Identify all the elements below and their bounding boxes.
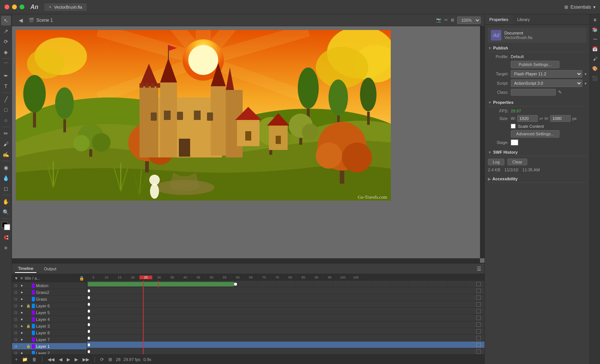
properties-icon-btn[interactable]: ≡ [591,16,599,24]
scale-content-checkbox[interactable] [511,124,516,129]
log-button[interactable]: Log [488,159,504,165]
tab-close-icon[interactable]: ✕ [49,5,52,9]
frame-cell[interactable] [371,281,390,288]
motion-editor-icon-btn[interactable]: 〜 [591,35,599,43]
layer-row-layer3[interactable]: □ ● 🔒 Layer 3 [12,323,87,330]
snap-btn[interactable]: ⊞ [108,356,113,363]
publish-section-header[interactable]: ▼ Publish [488,44,586,52]
paint-bucket-tool[interactable]: ◉ [1,163,11,172]
next-frame-single[interactable]: ▶ [74,356,79,363]
class-edit-icon[interactable]: ✎ [558,90,562,95]
visibility-icon[interactable]: ● [19,344,24,348]
visibility-icon[interactable]: ● [19,283,24,288]
frame-cell[interactable] [258,281,277,288]
target-select[interactable]: Flash Player 11.2 Flash Player 11.1 Flas… [511,70,582,78]
collapse-icon[interactable]: ▼ [14,276,18,280]
link-icon[interactable]: ⇌ [539,116,543,121]
lock-icon[interactable]: 🔒 [26,331,31,335]
edit-tool[interactable]: ⚙ [1,243,11,253]
minimize-button[interactable] [12,4,17,9]
visibility-icon[interactable]: ● [19,310,24,315]
transform-tool[interactable]: ⟳ [1,37,11,46]
select-tool[interactable]: ↖ [1,16,11,25]
lock-icon[interactable]: 🔒 [26,317,31,321]
visibility-icon[interactable]: ● [19,351,24,354]
visibility-icon[interactable]: ● [19,317,24,321]
layer-row-layer1[interactable]: □ ● 🔒 Layer 1 [12,343,87,350]
lock-icon[interactable]: 🔒 [26,290,31,294]
timeline-icon-btn[interactable]: 📅 [591,45,599,53]
frame-cell[interactable] [314,281,333,288]
visibility-icon[interactable]: ● [19,304,24,308]
frame-cell[interactable] [352,281,371,288]
timeline-options-btn[interactable]: ☰ [477,266,482,272]
group-lock-icon[interactable]: 🔒 [79,276,84,281]
zoom-select[interactable]: 100% 50% 75% 150% 200% [457,16,481,24]
lasso-tool[interactable]: ⌒ [1,60,11,70]
prev-frame-btn[interactable]: ◀◀ [47,356,55,363]
maximize-button[interactable] [20,4,24,9]
clear-button[interactable]: Clear [507,159,527,165]
layer-row-grass[interactable]: □ ● 🔒 Grass [12,296,87,303]
publish-settings-button[interactable]: Publish Settings... [511,61,560,68]
layer-row-layer4[interactable]: □ ● 🔒 Layer 4 [12,316,87,323]
timeline-tab[interactable]: Timeline [15,265,36,273]
oval-tool[interactable]: ○ [1,115,11,125]
pencil-tool[interactable]: ✏ [1,129,11,138]
layer-row-layer7[interactable]: □ ● 🔒 Layer 7 [12,336,87,343]
frame-cell[interactable] [390,281,410,288]
layer-row-layer5[interactable]: □ ● 🔒 Layer 5 [12,309,87,316]
text-tool[interactable]: T [1,81,11,91]
class-input[interactable] [511,89,556,96]
subselect-tool[interactable]: ↗ [1,26,11,36]
width-input[interactable] [517,115,538,122]
eyedropper-tool[interactable]: 💧 [1,173,11,183]
stage-color-swatch[interactable] [511,139,518,145]
properties-section-header[interactable]: ▼ Properties [488,99,586,106]
lock-icon[interactable]: 🔒 [26,297,31,301]
visibility-icon[interactable]: ● [19,324,24,328]
properties-tab[interactable]: Properties [485,15,513,24]
ink-tool[interactable]: ✍ [1,150,11,159]
advanced-settings-button[interactable]: Advanced Settings... [511,130,560,138]
brush-library-icon-btn[interactable]: 🖌 [591,55,599,63]
visibility-icon[interactable]: ● [19,331,24,335]
swf-history-header[interactable]: ▼ SWF History [488,148,586,156]
frame-cell[interactable] [409,281,428,288]
layer-row-layer2[interactable]: □ ● 🔒 Layer 2 [12,350,87,354]
group-close-icon[interactable]: ✕ [20,276,23,281]
lock-icon[interactable]: 🔒 [26,351,31,354]
frame-cell[interactable] [447,281,466,288]
loop-btn[interactable]: ⟳ [99,356,105,363]
hand-tool[interactable]: ✋ [1,197,11,207]
next-frame-btn[interactable]: ▶▶ [82,356,90,363]
frame-cell[interactable] [238,281,258,288]
grid-icon[interactable]: ⊞ [451,18,454,22]
color-icon-btn[interactable]: 🎨 [591,64,599,73]
brush-tool[interactable]: 🖌 [1,139,11,149]
visibility-icon[interactable]: ● [19,297,24,301]
transform-icon[interactable]: ✂ [444,18,448,22]
color-swatch-pair[interactable] [2,222,10,230]
lock-icon[interactable]: 🔒 [26,337,31,342]
snap-tool[interactable]: 🧲 [1,232,11,242]
frame-cell[interactable] [428,281,447,288]
h-scrollbar[interactable] [12,258,480,263]
eraser-tool[interactable]: ◻ [1,184,11,193]
zoom-tool[interactable]: 🔍 [1,207,11,217]
swatches-icon-btn[interactable]: ⬛ [591,74,599,82]
delete-layer-btn[interactable]: 🗑 [32,356,38,363]
fill-color-swatch[interactable] [4,224,10,230]
lock-icon[interactable]: 🔒 [26,345,31,348]
add-folder-btn[interactable]: 📁 [21,356,28,363]
gradient-tool[interactable]: ◈ [1,47,11,57]
v-scrollbar[interactable] [480,26,484,258]
stage[interactable]: Go-Travels.com [16,30,391,201]
frame-cell[interactable] [296,281,315,288]
height-input[interactable] [550,115,571,122]
play-btn[interactable]: ▶ [66,356,71,363]
visibility-icon[interactable]: ● [19,337,24,342]
lock-icon[interactable]: 🔒 [26,310,31,315]
back-button[interactable]: ◀ [16,15,26,25]
add-layer-btn[interactable]: + [14,356,18,363]
